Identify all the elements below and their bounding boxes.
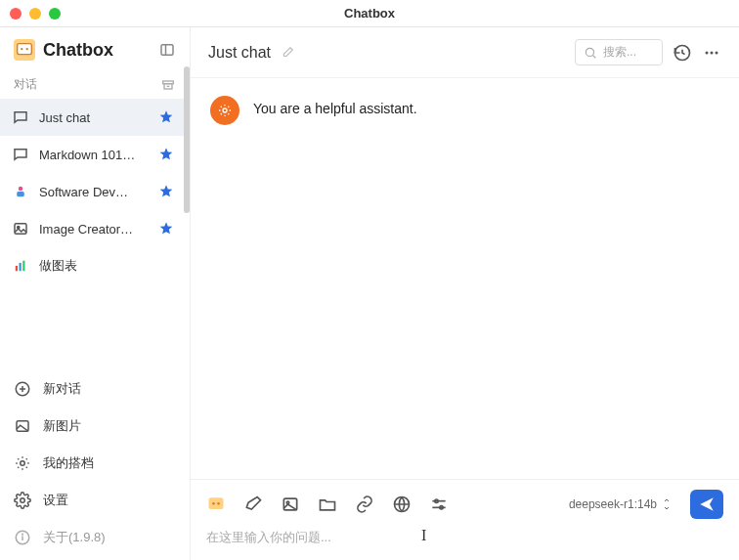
edit-title-icon[interactable] (281, 46, 294, 60)
main-header: Just chat 搜索... (191, 27, 739, 78)
new-image-button[interactable]: 新图片 (0, 408, 190, 445)
svg-point-32 (217, 502, 220, 505)
svg-line-25 (593, 55, 596, 58)
main-panel: Just chat 搜索... You are a helpful assist… (191, 27, 739, 560)
system-message-text: You are a helpful assistant. (253, 96, 417, 116)
chat-item-label: 做图表 (39, 257, 174, 275)
chat-item-just-chat[interactable]: Just chat (0, 99, 186, 136)
titlebar: Chatbox (0, 0, 739, 27)
svg-rect-9 (17, 192, 24, 196)
system-message: You are a helpful assistant. (210, 96, 719, 125)
svg-point-26 (706, 51, 709, 54)
sidebar: Chatbox 对话 Just chat Markdown 101… (0, 27, 191, 560)
svg-point-19 (21, 461, 25, 466)
chat-icon (12, 108, 29, 126)
image-plus-icon (14, 417, 31, 435)
image-icon (12, 220, 29, 237)
chat-item-software-dev[interactable]: Software Dev… (0, 173, 186, 210)
svg-point-29 (223, 108, 227, 112)
text-cursor-icon: I (421, 527, 426, 544)
my-copilots-button[interactable]: 我的搭档 (0, 445, 190, 482)
chat-title: Just chat (208, 44, 271, 62)
globe-icon[interactable] (392, 495, 412, 514)
svg-point-24 (586, 48, 593, 56)
sidebar-header: Chatbox (0, 27, 190, 70)
svg-point-31 (212, 502, 215, 505)
chat-item-label: Image Creator… (39, 222, 149, 237)
svg-rect-14 (22, 261, 24, 272)
about-button[interactable]: 关于(1.9.8) (0, 519, 190, 556)
brand-name: Chatbox (43, 40, 151, 61)
chat-icon (12, 146, 29, 163)
my-copilots-label: 我的搭档 (43, 454, 94, 472)
chat-item-label: Software Dev… (39, 185, 149, 199)
minimize-window-button[interactable] (29, 8, 41, 20)
gear-avatar-icon (210, 96, 239, 125)
svg-point-8 (19, 187, 23, 192)
eraser-icon[interactable] (243, 495, 263, 514)
svg-rect-30 (209, 497, 224, 509)
star-icon (158, 184, 174, 199)
conversations-header: 对话 (0, 70, 190, 99)
chat-list: Just chat Markdown 101… Software Dev… Im… (0, 99, 190, 366)
copilot-icon (14, 454, 31, 472)
chat-item-markdown[interactable]: Markdown 101… (0, 136, 186, 173)
chat-item-image-creator[interactable]: Image Creator… (0, 210, 186, 247)
window-title: Chatbox (0, 6, 739, 21)
archive-icon[interactable] (160, 77, 176, 93)
message-placeholder: 在这里输入你的问题... (206, 530, 331, 544)
collapse-sidebar-icon[interactable] (158, 41, 176, 59)
sliders-icon[interactable] (429, 495, 449, 514)
about-label: 关于(1.9.8) (43, 529, 106, 546)
new-chat-button[interactable]: 新对话 (0, 370, 190, 408)
message-input[interactable]: 在这里输入你的问题... I (206, 529, 723, 546)
send-button[interactable] (690, 490, 723, 519)
composer-toolbar: deepseek-r1:14b (206, 490, 723, 519)
plus-circle-icon (14, 380, 31, 398)
svg-point-2 (26, 48, 28, 50)
sidebar-scrollbar[interactable] (184, 66, 190, 213)
chat-item-make-chart[interactable]: 做图表 (0, 247, 186, 284)
model-name: deepseek-r1:14b (569, 497, 657, 511)
svg-point-27 (711, 51, 714, 54)
svg-rect-12 (16, 266, 18, 271)
search-placeholder: 搜索... (603, 44, 636, 61)
maximize-window-button[interactable] (49, 8, 61, 20)
folder-icon[interactable] (318, 495, 337, 514)
attach-image-icon[interactable] (281, 495, 300, 514)
link-icon[interactable] (355, 495, 374, 514)
svg-point-23 (22, 534, 23, 535)
conversations-label: 对话 (14, 76, 37, 93)
chat-item-label: Just chat (39, 110, 149, 125)
sidebar-bottom: 新对话 新图片 我的搭档 设置 关于(1.9.8) (0, 366, 190, 560)
more-icon[interactable] (702, 43, 721, 63)
new-image-label: 新图片 (43, 417, 81, 435)
star-icon (158, 147, 174, 162)
svg-rect-3 (161, 45, 173, 56)
history-icon[interactable] (673, 43, 692, 63)
info-icon (14, 529, 31, 546)
svg-rect-0 (18, 44, 32, 55)
composer: deepseek-r1:14b 在这里输入你的问题... I (191, 479, 739, 560)
chat-area: You are a helpful assistant. (191, 78, 739, 479)
settings-label: 设置 (43, 492, 68, 509)
settings-button[interactable]: 设置 (0, 482, 190, 519)
app-mini-logo-icon[interactable] (206, 495, 226, 514)
new-chat-label: 新对话 (43, 380, 81, 398)
star-icon (158, 109, 174, 125)
search-input[interactable]: 搜索... (575, 39, 663, 65)
close-window-button[interactable] (10, 8, 22, 20)
svg-rect-10 (15, 224, 26, 235)
model-select[interactable]: deepseek-r1:14b (569, 497, 673, 511)
star-icon (158, 221, 174, 237)
traffic-lights (10, 8, 61, 20)
svg-point-1 (21, 48, 22, 50)
gear-icon (14, 492, 31, 509)
dev-icon (12, 183, 29, 200)
svg-point-28 (716, 51, 718, 54)
app-logo-icon (14, 39, 35, 61)
chat-item-label: Markdown 101… (39, 148, 149, 162)
chart-icon (12, 257, 29, 275)
svg-point-20 (21, 498, 25, 503)
svg-rect-13 (20, 263, 22, 271)
